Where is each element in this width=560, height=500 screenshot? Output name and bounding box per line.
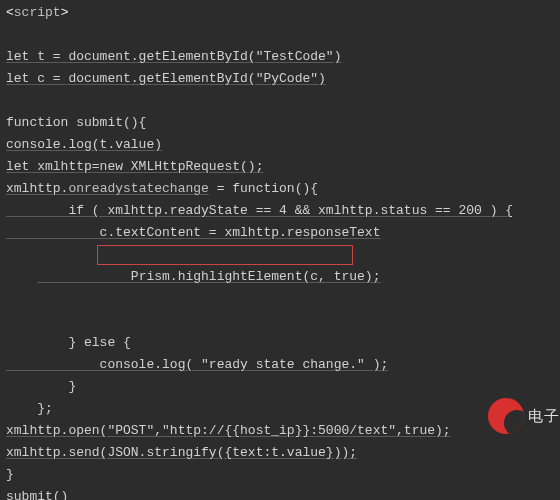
code-line[interactable]: xmlhttp.onreadystatechange = function(){ <box>6 178 560 200</box>
code-text: = function(){ <box>209 181 318 196</box>
code-line[interactable]: console.log( "ready state change." ); <box>6 354 560 376</box>
code-line[interactable]: function submit(){ <box>6 112 560 134</box>
code-line[interactable]: } <box>6 376 560 398</box>
code-text: Prism.highlightElement(c, true); <box>37 269 380 284</box>
code-line[interactable]: if ( xmlhttp.readyState == 4 && xmlhttp.… <box>6 200 560 222</box>
code-text: }; <box>6 401 53 416</box>
code-text: c.textContent = xmlhttp.responseText <box>6 225 380 240</box>
code-line[interactable] <box>6 24 560 46</box>
code-line[interactable]: } else { <box>6 332 560 354</box>
code-text: } <box>6 379 76 394</box>
code-line[interactable]: console.log(t.value) <box>6 134 560 156</box>
code-text: let c = document.getElementById("PyCode"… <box>6 71 326 86</box>
code-text: xmlhttp. <box>6 181 68 196</box>
code-text: let t = document.getElementById("TestCod… <box>6 49 341 64</box>
code-editor[interactable]: <script> let t = document.getElementById… <box>0 0 560 500</box>
html-tag-name: script <box>14 5 61 20</box>
code-line[interactable]: c.textContent = xmlhttp.responseText <box>6 222 560 244</box>
code-line[interactable]: <script> <box>6 2 560 24</box>
watermark: 电子 <box>488 398 560 434</box>
code-text: console.log(t.value) <box>6 137 162 152</box>
code-line[interactable]: submit() <box>6 486 560 500</box>
code-line-highlighted[interactable]: Prism.highlightElement(c, true); <box>6 244 560 332</box>
red-swirl-logo-icon <box>488 398 524 434</box>
code-text: let xmlhttp=new XMLHttpRequest(); <box>6 159 263 174</box>
code-text: xmlhttp.send(JSON.stringify({text:t.valu… <box>6 445 357 460</box>
code-text: onreadystatechange <box>68 181 208 196</box>
code-line[interactable]: xmlhttp.open("POST","http://{{host_ip}}:… <box>6 420 560 442</box>
code-line[interactable]: xmlhttp.send(JSON.stringify({text:t.valu… <box>6 442 560 464</box>
code-text: function submit(){ <box>6 115 146 130</box>
code-text: } else { <box>6 335 131 350</box>
code-line[interactable]: }; <box>6 398 560 420</box>
code-line[interactable]: } <box>6 464 560 486</box>
code-text: } <box>6 467 14 482</box>
code-text: if ( xmlhttp.readyState == 4 && xmlhttp.… <box>6 203 513 218</box>
watermark-text: 电子 <box>528 407 560 426</box>
angle-bracket: < <box>6 5 14 20</box>
code-text: submit() <box>6 489 68 500</box>
code-text: console.log( "ready state change." ); <box>6 357 388 372</box>
code-text: xmlhttp.open("POST","http://{{host_ip}}:… <box>6 423 451 438</box>
code-line[interactable] <box>6 90 560 112</box>
code-line[interactable]: let t = document.getElementById("TestCod… <box>6 46 560 68</box>
highlight-box <box>97 245 353 265</box>
code-line[interactable]: let xmlhttp=new XMLHttpRequest(); <box>6 156 560 178</box>
angle-bracket: > <box>61 5 69 20</box>
code-line[interactable]: let c = document.getElementById("PyCode"… <box>6 68 560 90</box>
